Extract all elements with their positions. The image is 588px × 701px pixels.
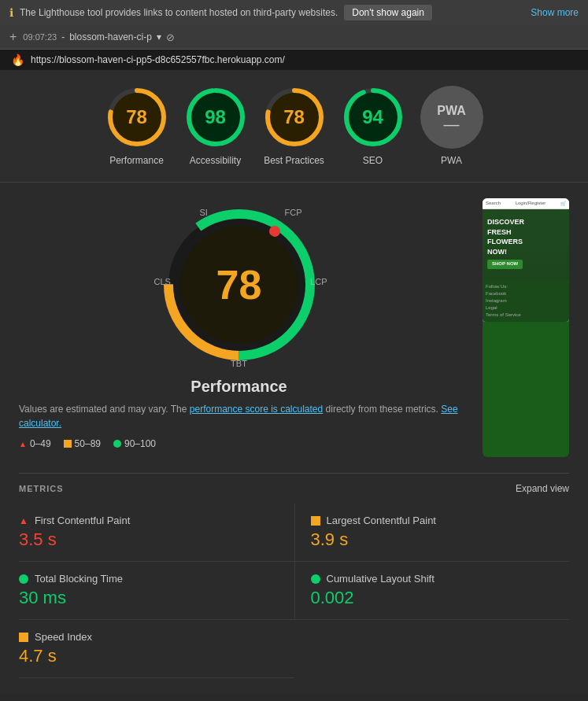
mockup-nav-login: Login/Register xyxy=(516,201,546,206)
mockup-header: Search Login/Register 🛒 xyxy=(483,198,569,209)
score-circle-performance: 78 xyxy=(105,86,168,149)
mockup-nav-search: Search xyxy=(486,201,501,206)
metric-si-name: Speed Index xyxy=(35,631,92,643)
pwa-dash: — xyxy=(444,118,460,131)
score-value-best-practices: 78 xyxy=(283,106,305,128)
info-bar-left: ℹ The Lighthouse tool provides links to … xyxy=(9,5,432,20)
legend-orange-icon xyxy=(64,440,72,448)
score-label-performance: Performance xyxy=(109,155,164,166)
label-tbt: TBT xyxy=(231,359,247,368)
pwa-circle: PWA — xyxy=(420,86,483,149)
score-label-seo: SEO xyxy=(363,155,383,166)
metric-lcp: Largest Contentful Paint 3.9 s xyxy=(294,504,570,562)
score-value-seo: 94 xyxy=(362,106,383,128)
label-fcp: FCP xyxy=(285,208,302,217)
perf-desc-text: Values are estimated and may vary. The xyxy=(19,404,187,415)
metric-si-icon xyxy=(19,633,28,642)
score-label-pwa: PWA xyxy=(441,155,462,166)
score-seo[interactable]: 94 SEO xyxy=(342,86,405,166)
metric-lcp-header: Largest Contentful Paint xyxy=(311,515,570,526)
info-bar: ℹ The Lighthouse tool provides links to … xyxy=(0,0,588,25)
tab-dash: - xyxy=(61,31,65,42)
browser-chrome: + 09:07:23 - blossom-haven-ci-p ▾ ⊘ xyxy=(0,25,588,50)
label-cls: CLS xyxy=(154,277,171,286)
mockup-follow: Follow Us: xyxy=(486,283,566,290)
tab-time: 09:07:23 xyxy=(23,32,57,42)
metrics-grid: ▲ First Contentful Paint 3.5 s Largest C… xyxy=(19,504,569,678)
legend-range3: 90–100 xyxy=(124,438,156,449)
score-value-accessibility: 98 xyxy=(205,106,226,128)
score-performance[interactable]: 78 Performance xyxy=(105,86,168,166)
metric-tbt-name: Total Blocking Time xyxy=(35,573,123,585)
metric-fcp-value: 3.5 s xyxy=(19,529,279,550)
metric-cls-header: Cumulative Layout Shift xyxy=(311,573,570,585)
show-more-link[interactable]: Show more xyxy=(531,7,579,18)
tab-dropdown-icon[interactable]: ▾ xyxy=(157,31,161,42)
dont-show-button[interactable]: Don't show again xyxy=(344,5,432,20)
perf-score-link[interactable]: performance score is calculated xyxy=(190,404,323,415)
metric-cls-value: 0.002 xyxy=(311,588,570,608)
metric-tbt-header: Total Blocking Time xyxy=(19,573,279,585)
metric-lcp-value: 3.9 s xyxy=(311,529,570,550)
metric-cls: Cumulative Layout Shift 0.002 xyxy=(294,562,570,620)
info-bar-message: The Lighthouse tool provides links to co… xyxy=(20,7,338,18)
mockup-hero-text: DISCOVERFRESHFLOWERSNOW! xyxy=(487,217,564,256)
perf-title-text: Performance xyxy=(19,378,459,396)
metrics-header: METRICS Expand view xyxy=(19,483,569,494)
url-text[interactable]: https://blossom-haven-ci-pp5-d8c652557fb… xyxy=(31,54,285,65)
metrics-title: METRICS xyxy=(19,484,64,493)
mockup-hero: DISCOVERFRESHFLOWERSNOW! SHOP NOW xyxy=(483,209,569,280)
info-icon: ℹ xyxy=(9,6,13,19)
site-icon: 🔥 xyxy=(11,53,24,66)
mockup-footer: Follow Us: Facebook Instagram Legal Term… xyxy=(483,280,569,322)
score-accessibility[interactable]: 98 Accessibility xyxy=(184,86,247,166)
perf-section: 78 SI FCP LCP TBT CLS Performance Values… xyxy=(19,198,569,457)
metric-lcp-name: Largest Contentful Paint xyxy=(327,515,436,526)
mockup-content: Search Login/Register 🛒 DISCOVERFRESHFLO… xyxy=(483,198,569,322)
score-label-best-practices: Best Practices xyxy=(264,155,324,166)
legend-range2: 50–89 xyxy=(75,438,101,449)
metric-fcp-name: First Contentful Paint xyxy=(35,515,130,526)
perf-chart-labels: SI FCP LCP TBT CLS xyxy=(153,198,326,371)
perf-desc-after: directly from these metrics. xyxy=(326,404,438,415)
metric-tbt: Total Blocking Time 30 ms xyxy=(19,562,294,620)
metric-si-header: Speed Index xyxy=(19,631,279,643)
legend-range1: 0–49 xyxy=(30,438,51,449)
metric-fcp: ▲ First Contentful Paint 3.5 s xyxy=(19,504,294,562)
score-label-accessibility: Accessibility xyxy=(190,155,241,166)
main-content: 78 SI FCP LCP TBT CLS Performance Values… xyxy=(0,183,588,694)
metric-tbt-icon xyxy=(19,574,28,584)
perf-chart-area: 78 SI FCP LCP TBT CLS Performance Values… xyxy=(19,198,459,457)
label-si: SI xyxy=(200,208,208,217)
mockup-instagram: Instagram xyxy=(486,297,566,304)
score-circle-best-practices: 78 xyxy=(263,86,326,149)
mockup-facebook: Facebook xyxy=(486,290,566,297)
scores-section: 78 Performance 98 Accessibility 78 Best … xyxy=(0,70,588,183)
tab-stop-icon[interactable]: ⊘ xyxy=(166,31,175,43)
mockup-shop-button: SHOP NOW xyxy=(487,260,523,269)
tab-info: 09:07:23 - blossom-haven-ci-p ▾ ⊘ xyxy=(23,31,175,43)
mockup-terms: Terms of Service xyxy=(486,312,566,319)
legend-orange: 50–89 xyxy=(64,438,101,449)
score-best-practices[interactable]: 78 Best Practices xyxy=(263,86,326,166)
legend-red: ▲ 0–49 xyxy=(19,438,51,449)
score-value-performance: 78 xyxy=(126,106,147,128)
perf-title-area: Performance xyxy=(19,378,459,396)
metric-cls-name: Cumulative Layout Shift xyxy=(327,573,435,585)
score-pwa[interactable]: PWA — PWA xyxy=(420,86,483,166)
perf-donut-chart: 78 SI FCP LCP TBT CLS xyxy=(153,198,326,371)
metric-cls-icon xyxy=(311,574,320,584)
label-lcp: LCP xyxy=(310,277,327,286)
metric-si-value: 4.7 s xyxy=(19,646,279,666)
url-bar: 🔥 https://blossom-haven-ci-pp5-d8c652557… xyxy=(0,50,588,70)
metrics-divider xyxy=(19,473,569,474)
perf-description: Values are estimated and may vary. The p… xyxy=(19,402,459,430)
legend-green-icon xyxy=(113,440,121,448)
expand-view-button[interactable]: Expand view xyxy=(516,483,569,494)
legend-green: 90–100 xyxy=(113,438,156,449)
metric-fcp-header: ▲ First Contentful Paint xyxy=(19,515,279,526)
new-tab-button[interactable]: + xyxy=(9,30,17,44)
score-circle-seo: 94 xyxy=(342,86,405,149)
metric-tbt-value: 30 ms xyxy=(19,588,279,608)
site-screenshot: Search Login/Register 🛒 DISCOVERFRESHFLO… xyxy=(483,198,569,457)
